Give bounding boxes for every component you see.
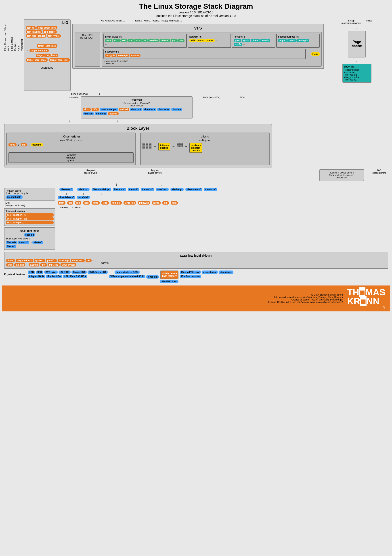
dev-nvme: /dev/nvme*n* (185, 188, 202, 191)
down-arrow1: ↓ (356, 26, 358, 29)
driver-ubi: ubi (67, 201, 73, 205)
dev-skd: /dev/skd* (156, 188, 169, 191)
scsi-upper-label: SCSI upper level drivers (6, 237, 54, 240)
noop: noop (8, 143, 16, 147)
target-core-pscsi: target_core_pscsi (26, 58, 48, 62)
pcie-group: Micron PCIe card nvme device stec device… (180, 270, 234, 278)
userspace-network-note: → userspace (e.g. sshfs) → network (103, 60, 320, 65)
software-queues: Softwarequeues (158, 143, 170, 150)
drbd: drbd (83, 108, 91, 111)
tmpfs: tmpfs (278, 39, 287, 42)
nfs9660: nfs9660 (159, 39, 170, 42)
devices-on-top-box: (optional) Devices on top of "normal"blo… (81, 96, 193, 118)
firewire-label: FireWire (14, 42, 16, 51)
hardware-dispatch-queues: Hardwaredispatchqueues (189, 143, 202, 153)
iscsi-label: iSCSI (7, 45, 10, 51)
tcm-qla2xxx: tcm_qla2xxx (26, 30, 42, 33)
bcache: bcache (108, 112, 118, 115)
scsi-upper-ellipsis: ... (30, 241, 32, 244)
malloc-label: malloc (366, 19, 372, 22)
special-fs-title: Special purpose FS (278, 36, 318, 38)
mpt3sas: mpt3sas (48, 263, 60, 266)
syscall-row: vfs_writev, vfs_readv, ... read(2) write… (72, 19, 324, 22)
usbfs: usbfs (234, 43, 242, 46)
stat2-label: stat(2) (161, 19, 168, 22)
multi-queue-label: multi queue (143, 139, 268, 141)
ext3: ext3 (113, 39, 120, 42)
ext4: ext4 (121, 39, 128, 42)
scsi-low-network-note: → network (98, 262, 109, 264)
virtual-host-label: Virtual Host (21, 39, 23, 51)
stec-device: stec device (219, 270, 234, 274)
overlayfs: overlayfs (117, 54, 129, 57)
device-mapper: device mapper (100, 108, 118, 111)
tcm-fc: tcm_fc (26, 26, 36, 30)
target-core-file-row: → target_core_file (26, 49, 68, 52)
read2-label: read(2) (135, 19, 142, 22)
ecryptfs: ecryptfs (105, 54, 117, 57)
left-labels: Fibre Channel over Ethernet iSCSI Fibre … (4, 19, 22, 51)
content-area: Fibre Channel over Ethernet iSCSI Fibre … (4, 19, 388, 283)
arrow-row-to-drivers: ↓ ↓ ↓ (4, 182, 388, 187)
stackable-label: stackable (69, 96, 78, 99)
devices-ellipsis: ... (120, 112, 121, 115)
pcie-row2: IBM flash adapter (180, 275, 234, 278)
struct-bio-box: struct bio - sector on disk - sector cnt… (342, 64, 371, 83)
target-core-mod: target_core_mod (37, 44, 57, 48)
scsi-transport-fc: scsi_transport_fc (6, 213, 54, 217)
devices-top-items: drbd LVM device mapper mdraid dm-crypt d… (83, 108, 190, 115)
vfs-writev-label: vfs_writev, vfs_readv, ... (101, 19, 125, 22)
dev-rbd: /dev/rbd* (77, 188, 90, 191)
request-dmt-label: Request-baseddevice mapper targets (6, 190, 54, 194)
direct-io-parenthetical: (O_DIRECT) (76, 36, 98, 39)
vfs-title: VFS (75, 26, 322, 31)
footer-bar: The Linux Storage Stack Diagram http://w… (2, 286, 390, 311)
ata-piix: ata_piix (14, 263, 25, 266)
physical-devices-row: Physical devices HDD SSD DVD drive LSI R… (4, 270, 388, 283)
mq-bars (143, 143, 151, 149)
usb-label: USB (17, 46, 20, 51)
main-title: The Linux Storage Stack Diagram (2, 2, 390, 10)
special-fs-items: tmpfs ramfs devtmpfs (278, 39, 318, 42)
ibm-flash: IBM flash adapter (180, 275, 201, 278)
dm-crypt: dm-crypt (130, 108, 142, 111)
tcm-vhost: tcm_vhost (47, 34, 61, 38)
fibre-channel-ethernet-label: Fibre Channel over Ethernet (4, 23, 7, 51)
bios-arrows-row: BIOs (block I/Os) ↓ (4, 92, 388, 95)
mq-bars2: ... (177, 143, 183, 150)
dev-nbd: /dev/nbd* (77, 196, 90, 199)
dev-nodes-row: /dev/zram* ↓ /dev/ubiblock* /dev/rbd* ↓ … (58, 188, 388, 199)
dev-sda: /dev/sda (6, 241, 17, 244)
pseudo-fs-box: Pseudo FS proc sysfs pipefs futexfs usbf… (232, 34, 275, 48)
dm-cache: dm-cache (157, 108, 170, 111)
footer-logo-area: TH■MAS KR■NN ® (347, 288, 385, 309)
devices-on-top-title: Devices on top of "normal"block devices (83, 102, 190, 107)
arrow-to-hw: ↓ (8, 148, 134, 151)
libata-top: libata megaraid_sas qla2xxx pm8001 iscsi… (6, 259, 94, 262)
lio-top-items: tcm_fc iscsi_target_mod tcm_qla2xxx sbp_… (26, 26, 68, 38)
sbp-target: sbp_target (43, 30, 57, 33)
nulblk-col: /dev/nulb* (113, 188, 126, 191)
target-core-last-row: target_core_pscsi target_core_user (26, 58, 68, 62)
transport-classes-title: Transport classes (6, 210, 54, 212)
dvd-drive: DVD drive (44, 270, 58, 274)
footer-brand: ® (347, 306, 385, 309)
fuse-wrapper: FUSE (311, 52, 320, 56)
driver-virtio-blk: virtio_blk (123, 201, 136, 205)
fs-container: Block-based FS ext2 ext3 ext4 xfs btrfs … (102, 32, 322, 67)
block-based-fs-title: Block-based FS (105, 36, 185, 38)
dev-ubiblock: /dev/ubiblock* (58, 196, 75, 199)
cfq: cfq (21, 143, 27, 147)
lsi-raid: LSI RAID (59, 270, 71, 274)
lsi-12gbs: LSI 12Gbs SAS HBA (63, 275, 87, 278)
ata-ellipsis: ... (26, 263, 28, 266)
struct-bio-field3: - bio_vec cnt (344, 74, 370, 76)
dev-zram: /dev/zram* (60, 188, 73, 191)
page-cache-box: Pagecache (348, 31, 366, 57)
subtitle-line1: version 4.10, 2017-03-10 (2, 10, 390, 14)
lpfc: lpfc (40, 263, 47, 266)
hooked-drivers-label: hooked in device drivers(they hook in li… (329, 171, 354, 179)
dev-nulblk: /dev/nulb* (113, 188, 126, 191)
block-based-fs-box: Block-based FS ext2 ext3 ext4 xfs btrfs … (103, 34, 187, 48)
block-layer-title: Block Layer (6, 126, 270, 131)
